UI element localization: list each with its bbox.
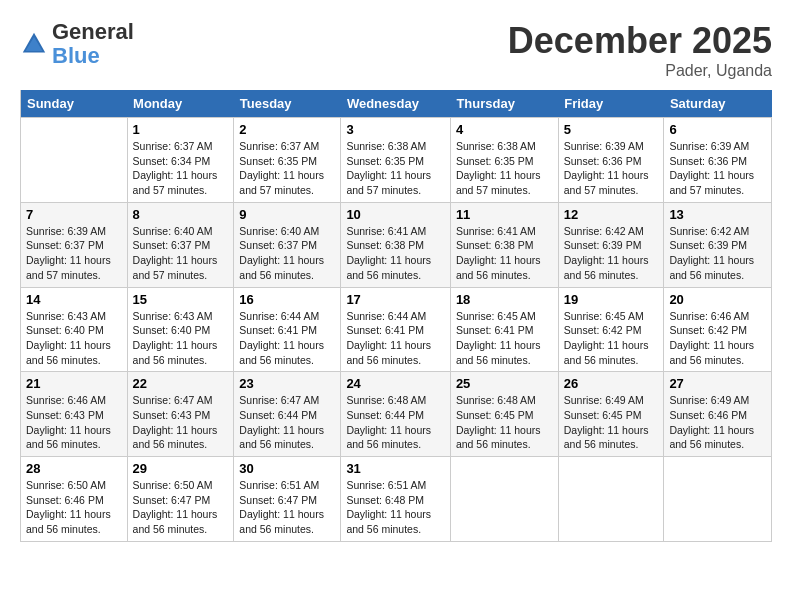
weekday-header-row: SundayMondayTuesdayWednesdayThursdayFrid… xyxy=(21,90,772,118)
title-block: December 2025 Pader, Uganda xyxy=(508,20,772,80)
day-number: 8 xyxy=(133,207,229,222)
page-header: GeneralBlue December 2025 Pader, Uganda xyxy=(20,20,772,80)
day-number: 14 xyxy=(26,292,122,307)
calendar-cell: 15Sunrise: 6:43 AM Sunset: 6:40 PM Dayli… xyxy=(127,287,234,372)
day-number: 3 xyxy=(346,122,445,137)
month-title: December 2025 xyxy=(508,20,772,62)
calendar-cell: 23Sunrise: 6:47 AM Sunset: 6:44 PM Dayli… xyxy=(234,372,341,457)
day-info: Sunrise: 6:49 AM Sunset: 6:46 PM Dayligh… xyxy=(669,393,766,452)
day-number: 25 xyxy=(456,376,553,391)
day-number: 24 xyxy=(346,376,445,391)
day-info: Sunrise: 6:44 AM Sunset: 6:41 PM Dayligh… xyxy=(239,309,335,368)
day-info: Sunrise: 6:41 AM Sunset: 6:38 PM Dayligh… xyxy=(456,224,553,283)
day-number: 22 xyxy=(133,376,229,391)
calendar-cell: 6Sunrise: 6:39 AM Sunset: 6:36 PM Daylig… xyxy=(664,118,772,203)
day-info: Sunrise: 6:43 AM Sunset: 6:40 PM Dayligh… xyxy=(26,309,122,368)
day-info: Sunrise: 6:38 AM Sunset: 6:35 PM Dayligh… xyxy=(456,139,553,198)
calendar-cell xyxy=(664,457,772,542)
day-info: Sunrise: 6:48 AM Sunset: 6:44 PM Dayligh… xyxy=(346,393,445,452)
day-number: 7 xyxy=(26,207,122,222)
week-row-5: 28Sunrise: 6:50 AM Sunset: 6:46 PM Dayli… xyxy=(21,457,772,542)
day-info: Sunrise: 6:43 AM Sunset: 6:40 PM Dayligh… xyxy=(133,309,229,368)
day-info: Sunrise: 6:51 AM Sunset: 6:47 PM Dayligh… xyxy=(239,478,335,537)
calendar-cell: 17Sunrise: 6:44 AM Sunset: 6:41 PM Dayli… xyxy=(341,287,451,372)
day-info: Sunrise: 6:48 AM Sunset: 6:45 PM Dayligh… xyxy=(456,393,553,452)
day-number: 26 xyxy=(564,376,659,391)
day-info: Sunrise: 6:46 AM Sunset: 6:43 PM Dayligh… xyxy=(26,393,122,452)
weekday-header-friday: Friday xyxy=(558,90,664,118)
calendar-cell: 18Sunrise: 6:45 AM Sunset: 6:41 PM Dayli… xyxy=(450,287,558,372)
calendar-cell: 9Sunrise: 6:40 AM Sunset: 6:37 PM Daylig… xyxy=(234,202,341,287)
day-number: 27 xyxy=(669,376,766,391)
day-info: Sunrise: 6:42 AM Sunset: 6:39 PM Dayligh… xyxy=(669,224,766,283)
day-info: Sunrise: 6:37 AM Sunset: 6:35 PM Dayligh… xyxy=(239,139,335,198)
day-number: 21 xyxy=(26,376,122,391)
day-number: 9 xyxy=(239,207,335,222)
day-number: 2 xyxy=(239,122,335,137)
day-info: Sunrise: 6:44 AM Sunset: 6:41 PM Dayligh… xyxy=(346,309,445,368)
calendar-cell xyxy=(558,457,664,542)
calendar-cell: 8Sunrise: 6:40 AM Sunset: 6:37 PM Daylig… xyxy=(127,202,234,287)
calendar-cell: 16Sunrise: 6:44 AM Sunset: 6:41 PM Dayli… xyxy=(234,287,341,372)
week-row-1: 1Sunrise: 6:37 AM Sunset: 6:34 PM Daylig… xyxy=(21,118,772,203)
day-info: Sunrise: 6:42 AM Sunset: 6:39 PM Dayligh… xyxy=(564,224,659,283)
calendar-cell: 21Sunrise: 6:46 AM Sunset: 6:43 PM Dayli… xyxy=(21,372,128,457)
day-number: 20 xyxy=(669,292,766,307)
day-info: Sunrise: 6:49 AM Sunset: 6:45 PM Dayligh… xyxy=(564,393,659,452)
day-number: 23 xyxy=(239,376,335,391)
day-number: 31 xyxy=(346,461,445,476)
weekday-header-monday: Monday xyxy=(127,90,234,118)
week-row-2: 7Sunrise: 6:39 AM Sunset: 6:37 PM Daylig… xyxy=(21,202,772,287)
week-row-3: 14Sunrise: 6:43 AM Sunset: 6:40 PM Dayli… xyxy=(21,287,772,372)
day-number: 16 xyxy=(239,292,335,307)
day-info: Sunrise: 6:39 AM Sunset: 6:37 PM Dayligh… xyxy=(26,224,122,283)
calendar-cell: 30Sunrise: 6:51 AM Sunset: 6:47 PM Dayli… xyxy=(234,457,341,542)
weekday-header-saturday: Saturday xyxy=(664,90,772,118)
calendar-cell: 25Sunrise: 6:48 AM Sunset: 6:45 PM Dayli… xyxy=(450,372,558,457)
day-info: Sunrise: 6:39 AM Sunset: 6:36 PM Dayligh… xyxy=(669,139,766,198)
calendar-cell: 11Sunrise: 6:41 AM Sunset: 6:38 PM Dayli… xyxy=(450,202,558,287)
calendar-cell: 22Sunrise: 6:47 AM Sunset: 6:43 PM Dayli… xyxy=(127,372,234,457)
calendar-cell: 2Sunrise: 6:37 AM Sunset: 6:35 PM Daylig… xyxy=(234,118,341,203)
calendar-cell: 3Sunrise: 6:38 AM Sunset: 6:35 PM Daylig… xyxy=(341,118,451,203)
day-number: 15 xyxy=(133,292,229,307)
day-info: Sunrise: 6:45 AM Sunset: 6:42 PM Dayligh… xyxy=(564,309,659,368)
day-number: 29 xyxy=(133,461,229,476)
day-number: 30 xyxy=(239,461,335,476)
calendar-cell: 29Sunrise: 6:50 AM Sunset: 6:47 PM Dayli… xyxy=(127,457,234,542)
location-subtitle: Pader, Uganda xyxy=(508,62,772,80)
weekday-header-tuesday: Tuesday xyxy=(234,90,341,118)
logo-icon xyxy=(20,30,48,58)
day-info: Sunrise: 6:46 AM Sunset: 6:42 PM Dayligh… xyxy=(669,309,766,368)
calendar-cell: 5Sunrise: 6:39 AM Sunset: 6:36 PM Daylig… xyxy=(558,118,664,203)
day-number: 13 xyxy=(669,207,766,222)
calendar-cell: 4Sunrise: 6:38 AM Sunset: 6:35 PM Daylig… xyxy=(450,118,558,203)
calendar-cell: 12Sunrise: 6:42 AM Sunset: 6:39 PM Dayli… xyxy=(558,202,664,287)
day-number: 10 xyxy=(346,207,445,222)
day-number: 12 xyxy=(564,207,659,222)
calendar-cell: 7Sunrise: 6:39 AM Sunset: 6:37 PM Daylig… xyxy=(21,202,128,287)
day-info: Sunrise: 6:50 AM Sunset: 6:46 PM Dayligh… xyxy=(26,478,122,537)
day-number: 17 xyxy=(346,292,445,307)
day-number: 6 xyxy=(669,122,766,137)
calendar-cell: 27Sunrise: 6:49 AM Sunset: 6:46 PM Dayli… xyxy=(664,372,772,457)
day-number: 1 xyxy=(133,122,229,137)
calendar-cell: 20Sunrise: 6:46 AM Sunset: 6:42 PM Dayli… xyxy=(664,287,772,372)
weekday-header-thursday: Thursday xyxy=(450,90,558,118)
day-info: Sunrise: 6:40 AM Sunset: 6:37 PM Dayligh… xyxy=(133,224,229,283)
day-info: Sunrise: 6:47 AM Sunset: 6:43 PM Dayligh… xyxy=(133,393,229,452)
day-number: 18 xyxy=(456,292,553,307)
calendar-table: SundayMondayTuesdayWednesdayThursdayFrid… xyxy=(20,90,772,542)
day-info: Sunrise: 6:51 AM Sunset: 6:48 PM Dayligh… xyxy=(346,478,445,537)
day-info: Sunrise: 6:50 AM Sunset: 6:47 PM Dayligh… xyxy=(133,478,229,537)
calendar-cell: 1Sunrise: 6:37 AM Sunset: 6:34 PM Daylig… xyxy=(127,118,234,203)
calendar-cell: 31Sunrise: 6:51 AM Sunset: 6:48 PM Dayli… xyxy=(341,457,451,542)
day-number: 28 xyxy=(26,461,122,476)
weekday-header-wednesday: Wednesday xyxy=(341,90,451,118)
week-row-4: 21Sunrise: 6:46 AM Sunset: 6:43 PM Dayli… xyxy=(21,372,772,457)
day-info: Sunrise: 6:45 AM Sunset: 6:41 PM Dayligh… xyxy=(456,309,553,368)
day-number: 11 xyxy=(456,207,553,222)
calendar-cell: 13Sunrise: 6:42 AM Sunset: 6:39 PM Dayli… xyxy=(664,202,772,287)
day-number: 5 xyxy=(564,122,659,137)
day-number: 4 xyxy=(456,122,553,137)
